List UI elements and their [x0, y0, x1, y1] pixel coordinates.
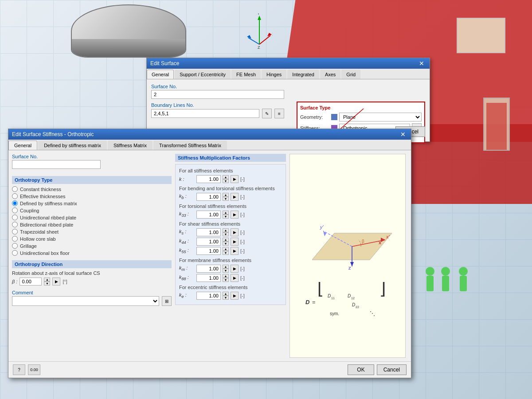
stiff-tab-matrix[interactable]: Stiffness Matrix — [108, 141, 153, 150]
radio-box-floor[interactable]: Unidirectional box floor — [12, 250, 172, 256]
k88-spin-down[interactable]: ▼ — [223, 278, 229, 282]
tab-grid[interactable]: Grid — [341, 70, 360, 79]
stiff-bottom-right: OK Cancel — [346, 364, 407, 375]
beta-unit: [°] — [63, 279, 67, 284]
factor-k33-input[interactable] — [196, 211, 221, 219]
ke-spin-down[interactable]: ▼ — [223, 296, 229, 300]
k55-spin-down[interactable]: ▼ — [223, 251, 229, 255]
stiff-tab-general[interactable]: General — [8, 141, 37, 150]
orthotropy-type-section: Orthotropy Type Constant thickness Effec… — [12, 176, 172, 256]
beta-spin-up[interactable]: ▲ — [44, 278, 50, 282]
svg-marker-1 — [258, 16, 261, 20]
radio-bidirectional[interactable]: Bidirectional ribbed plate — [12, 222, 172, 227]
kb-spin-up[interactable]: ▲ — [223, 193, 229, 197]
kb-spin-down[interactable]: ▼ — [223, 197, 229, 201]
cancel-button[interactable]: Cancel — [377, 364, 407, 375]
km-arrow-btn[interactable]: ▶ — [231, 265, 239, 273]
stiff-left-panel: Surface No. Orthotropy Type Constant thi… — [12, 154, 172, 358]
svg-rect-12 — [442, 276, 449, 291]
tab-general[interactable]: General — [147, 70, 174, 79]
comment-select[interactable] — [12, 296, 159, 306]
factor-k88-label: k88 : — [179, 274, 195, 281]
tab-fe-mesh[interactable]: FE Mesh — [231, 70, 261, 79]
k-spin-up[interactable]: ▲ — [223, 175, 229, 179]
boundary-lines-group: Boundary Lines No. ✎ ≡ — [151, 102, 284, 118]
km-spin-down[interactable]: ▼ — [223, 269, 229, 273]
radio-hollow[interactable]: Hollow core slab — [12, 236, 172, 242]
ok-button[interactable]: OK — [348, 364, 374, 375]
stiff-close-button[interactable]: ✕ — [399, 131, 407, 138]
comment-section: Comment ⊞ — [12, 290, 172, 306]
comment-row: ⊞ — [12, 296, 172, 306]
ke-spin-up[interactable]: ▲ — [223, 292, 229, 296]
left-section: Surface No. Boundary Lines No. ✎ ≡ — [151, 84, 284, 118]
k88-spin-up[interactable]: ▲ — [223, 274, 229, 278]
svg-point-9 — [426, 267, 434, 276]
k44-arrow-btn[interactable]: ▶ — [231, 238, 239, 246]
beta-input[interactable] — [20, 278, 42, 286]
ks-spin-up[interactable]: ▲ — [223, 228, 229, 232]
factor-ks-input[interactable] — [196, 228, 221, 236]
reset-button[interactable]: 0.00 — [28, 364, 40, 375]
surface-no-input[interactable] — [151, 90, 284, 99]
k33-spin-down[interactable]: ▼ — [223, 215, 229, 219]
stiff-surface-no-label: Surface No. — [12, 154, 172, 159]
tab-axes[interactable]: Axes — [320, 70, 340, 79]
radio-unidirectional[interactable]: Unidirectional ribbed plate — [12, 215, 172, 220]
kb-arrow-btn[interactable]: ▶ — [231, 193, 239, 201]
k55-arrow-btn[interactable]: ▶ — [231, 247, 239, 255]
cylinder — [71, 4, 186, 58]
factor-k55-input[interactable] — [196, 247, 221, 255]
stiff-bottom-bar: ? 0.00 OK Cancel — [8, 361, 411, 378]
tab-integrated[interactable]: Integrated — [287, 70, 319, 79]
beta-arrow-btn[interactable]: ▶ — [52, 278, 60, 286]
km-spin-up[interactable]: ▲ — [223, 265, 229, 269]
boundary-list-btn[interactable]: ≡ — [274, 109, 284, 118]
boundary-edit-btn[interactable]: ✎ — [262, 109, 272, 118]
stiff-tab-defined[interactable]: Defined by stiffness matrix — [38, 141, 107, 150]
k-spin-down[interactable]: ▼ — [223, 179, 229, 183]
tab-support[interactable]: Support / Eccentricity — [175, 70, 231, 79]
factor-k44-label: k44 : — [179, 238, 195, 245]
help-button[interactable]: ? — [13, 364, 25, 375]
geometry-select[interactable]: Plane Curved Quadrangle — [339, 113, 422, 121]
ke-arrow-btn[interactable]: ▶ — [231, 292, 239, 300]
factor-k44-input[interactable] — [196, 238, 221, 246]
beta-row: β : ▲ ▼ ▶ [°] — [12, 278, 172, 286]
radio-trapezoidal[interactable]: Trapezoidal sheet — [12, 229, 172, 235]
svg-text:D: D — [328, 293, 331, 298]
stiff-tab-transformed[interactable]: Transformed Stiffness Matrix — [153, 141, 227, 150]
tab-hinges[interactable]: Hinges — [262, 70, 286, 79]
factor-k33-unit: [-] — [240, 212, 245, 217]
k44-spin-down[interactable]: ▼ — [223, 242, 229, 246]
factor-k88-input[interactable] — [196, 274, 221, 282]
ks-spin-down[interactable]: ▼ — [223, 232, 229, 236]
comment-edit-btn[interactable]: ⊞ — [162, 296, 172, 306]
svg-point-13 — [459, 267, 468, 276]
k55-spin-up[interactable]: ▲ — [223, 247, 229, 251]
factor-kb-input[interactable] — [196, 193, 221, 201]
k44-spin-up[interactable]: ▲ — [223, 238, 229, 242]
factor-km-unit: [-] — [240, 266, 245, 271]
factor-km-input[interactable] — [196, 265, 221, 273]
k33-arrow-btn[interactable]: ▶ — [231, 211, 239, 219]
radio-coupling[interactable]: Coupling — [12, 207, 172, 213]
radio-defined-stiffness[interactable]: Defined by stiffness matrix — [12, 200, 172, 206]
boundary-lines-input[interactable] — [151, 109, 259, 118]
radio-effective[interactable]: Effective thicknesses — [12, 193, 172, 199]
k33-spin-up[interactable]: ▲ — [223, 211, 229, 215]
edit-surface-close-button[interactable]: ✕ — [417, 60, 426, 67]
edit-surface-titlebar: Edit Surface ✕ — [147, 58, 430, 69]
factor-title-membrane: For membrane stiffness elements — [179, 258, 282, 263]
factor-k-input[interactable] — [196, 175, 221, 183]
k-arrow-btn[interactable]: ▶ — [231, 175, 239, 183]
radio-constant[interactable]: Constant thickness — [12, 186, 172, 192]
beta-spin-down[interactable]: ▼ — [44, 282, 50, 286]
ks-arrow-btn[interactable]: ▶ — [231, 228, 239, 236]
factor-title-eccentric: For eccentric stiffness elements — [179, 285, 282, 290]
radio-grillage[interactable]: Grillage — [12, 243, 172, 249]
k88-arrow-btn[interactable]: ▶ — [231, 274, 239, 282]
stiff-surface-no-input[interactable] — [12, 160, 101, 169]
factor-ke-input[interactable] — [196, 292, 221, 300]
surface-no-group: Surface No. — [151, 84, 284, 99]
